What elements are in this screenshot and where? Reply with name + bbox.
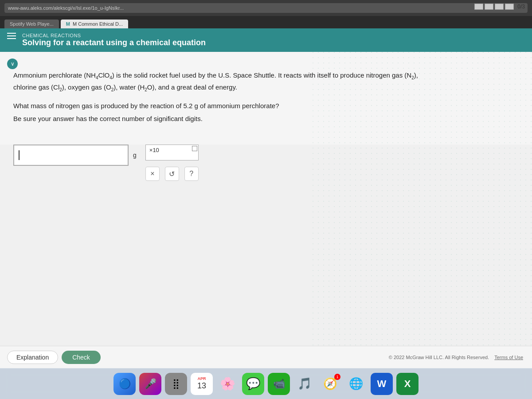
browser-tabs: Spotify Web Playe... M M Common Ethical … <box>0 16 532 28</box>
dock-calendar-day: 13 <box>197 381 206 391</box>
browser-url[interactable]: www-awu.aleks.com/alekscgi/x/Isl.exe/1o_… <box>4 3 528 13</box>
check-button[interactable]: Check <box>62 351 101 364</box>
dock-launchpad[interactable]: ⣿ <box>165 373 187 395</box>
answer-area: g ×10 × ↺ ? <box>0 145 532 181</box>
dock-calendar-month: APR <box>197 376 206 381</box>
dock: 🔵 🎤 ⣿ APR 13 🌸 💬 📹 🎵 🧭 1 🌐 W X <box>0 368 532 399</box>
dock-safari[interactable]: 🧭 1 <box>319 373 341 395</box>
progress-sq-4 <box>505 4 514 10</box>
hamburger-menu[interactable] <box>7 33 16 39</box>
copyright-text: © 2022 McGraw Hill LLC. All Rights Reser… <box>389 355 489 360</box>
sci-checkbox[interactable] <box>192 146 197 151</box>
undo-button[interactable]: ↺ <box>165 167 179 181</box>
sci-notation-area: ×10 × ↺ ? <box>145 145 199 181</box>
section-title: Solving for a reactant using a chemical … <box>22 38 523 47</box>
help-button[interactable]: ? <box>184 167 199 181</box>
section-subtitle: CHEMICAL REACTIONS <box>22 33 523 38</box>
text-cursor <box>19 150 20 160</box>
progress-squares <box>474 4 514 10</box>
url-text: www-awu.aleks.com/alekscgi/x/Isl.exe/1o_… <box>8 5 124 11</box>
dock-messages[interactable]: 💬 <box>242 373 264 395</box>
dock-finder[interactable]: 🔵 <box>113 373 136 395</box>
progress-sq-3 <box>495 4 504 10</box>
tab-spotify-label: Spotify Web Playe... <box>10 21 54 27</box>
browser-bar: www-awu.aleks.com/alekscgi/x/Isl.exe/1o_… <box>0 0 532 16</box>
clear-button[interactable]: × <box>145 167 160 181</box>
dock-siri[interactable]: 🎤 <box>139 373 161 395</box>
footer-buttons: Explanation Check <box>7 351 101 364</box>
action-buttons: × ↺ ? <box>145 167 199 181</box>
dock-excel[interactable]: X <box>396 373 419 395</box>
x10-label: ×10 <box>149 147 159 153</box>
explanation-button[interactable]: Explanation <box>7 351 58 364</box>
tab-spotify[interactable]: Spotify Web Playe... <box>4 20 59 28</box>
progress-sq-1 <box>474 4 483 10</box>
footer-area: Explanation Check © 2022 McGraw Hill LLC… <box>0 346 532 368</box>
help-icon: ? <box>189 170 193 178</box>
dock-word[interactable]: W <box>371 373 393 395</box>
undo-icon: ↺ <box>169 170 175 178</box>
unit-label: g <box>133 152 137 159</box>
tab-aleks-label: M Common Ethical D... <box>73 21 123 27</box>
answer-input-box[interactable] <box>13 145 129 166</box>
problem-intro-text: Ammonium perchlorate (NH4ClO4) is the so… <box>13 70 519 94</box>
progress-area: 0/3 <box>474 4 525 10</box>
dock-music[interactable]: 🎵 <box>293 373 316 395</box>
chevron-down-icon: ∨ <box>11 61 15 67</box>
dock-safari-badge: 1 <box>334 374 340 380</box>
progress-sq-2 <box>485 4 493 10</box>
tab-aleks[interactable]: M M Common Ethical D... <box>61 20 128 28</box>
dock-calendar[interactable]: APR 13 <box>191 373 213 395</box>
collapse-button[interactable]: ∨ <box>7 59 18 69</box>
problem-area: Ammonium perchlorate (NH4ClO4) is the so… <box>0 52 532 145</box>
sci-notation-input[interactable]: ×10 <box>145 145 199 160</box>
tab-m-icon: M <box>66 21 70 27</box>
terms-link[interactable]: Terms of Use <box>494 355 523 360</box>
question-text: What mass of nitrogen gas is produced by… <box>13 101 519 111</box>
dock-facetime[interactable]: 📹 <box>268 373 290 395</box>
footer-copyright: © 2022 McGraw Hill LLC. All Rights Reser… <box>389 355 523 360</box>
clear-icon: × <box>150 170 154 178</box>
progress-label: 0/3 <box>517 4 525 10</box>
dock-photos[interactable]: 🌸 <box>216 373 239 395</box>
dock-chrome[interactable]: 🌐 <box>345 373 367 395</box>
section-header: CHEMICAL REACTIONS Solving for a reactan… <box>0 28 532 52</box>
main-content: CHEMICAL REACTIONS Solving for a reactan… <box>0 28 532 368</box>
sig-fig-text: Be sure your answer has the correct numb… <box>13 115 519 122</box>
